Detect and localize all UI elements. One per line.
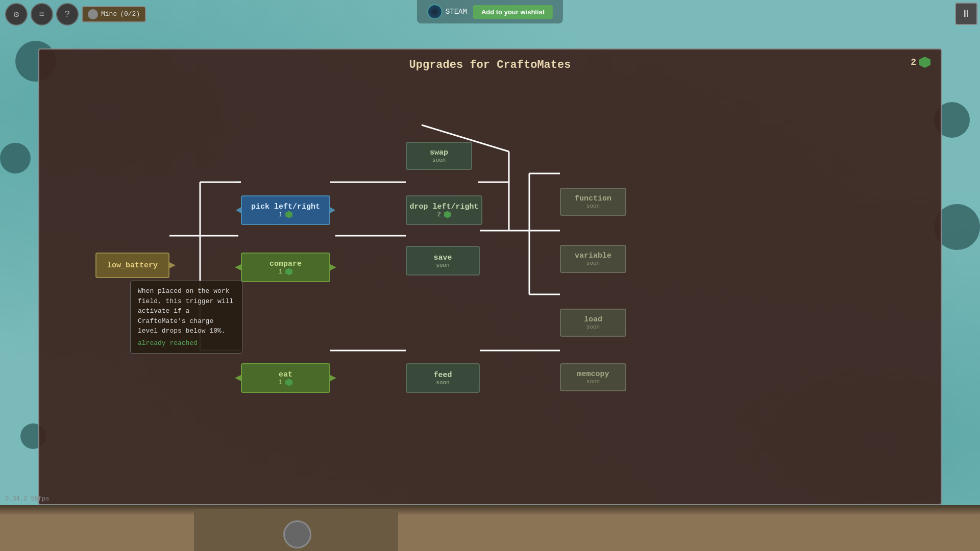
node-save[interactable]: save soon	[406, 246, 480, 276]
world-overlay	[0, 505, 980, 515]
node-variable[interactable]: variable soon	[560, 245, 626, 273]
node-eat-count: 1	[279, 379, 292, 386]
steam-logo: STEAM	[427, 4, 467, 19]
node-function[interactable]: function soon	[560, 188, 626, 216]
node-pick-count: 1	[279, 211, 292, 218]
blob-decor	[0, 143, 31, 173]
node-eat[interactable]: eat 1	[241, 363, 330, 393]
node-drop-count: 2	[437, 211, 451, 218]
mine-icon	[88, 9, 98, 19]
node-load[interactable]: load soon	[560, 309, 626, 337]
version-text: 0.34.2 56fps	[5, 495, 49, 503]
tooltip-text: When placed on the work field, this trig…	[138, 286, 235, 336]
boulder	[283, 520, 311, 548]
node-lowbattery[interactable]: low_battery	[95, 253, 169, 278]
inventory-button[interactable]: ≡	[31, 3, 53, 26]
node-memcopy-label: memcopy	[577, 370, 609, 379]
node-swap-label: swap	[430, 148, 448, 157]
wishlist-button[interactable]: Add to your wishlist	[473, 5, 553, 19]
node-variable-label: variable	[575, 252, 611, 260]
node-drop[interactable]: drop left/right 2	[406, 195, 482, 225]
node-feed-label: feed	[433, 371, 452, 380]
upgrades-dialog: Upgrades for CraftoMates 2	[38, 48, 942, 505]
pick-gem	[285, 211, 292, 218]
settings-button[interactable]: ⚙	[5, 3, 28, 26]
gem-icon	[919, 57, 930, 68]
node-load-sub: soon	[586, 324, 600, 330]
node-load-label: load	[584, 315, 602, 324]
steam-header: STEAM Add to your wishlist	[417, 0, 563, 23]
node-compare[interactable]: compare 1	[241, 253, 330, 282]
node-function-sub: soon	[586, 203, 600, 209]
node-lowbattery-label: low_battery	[107, 261, 158, 270]
mine-label: Mine	[101, 10, 117, 18]
node-pick-label: pick left/right	[251, 203, 320, 211]
tooltip-status: already reached	[138, 338, 235, 348]
node-memcopy[interactable]: memcopy soon	[560, 363, 626, 391]
currency-amount: 2	[911, 57, 916, 67]
node-save-sub: soon	[436, 262, 449, 268]
steam-circle-icon	[427, 4, 443, 19]
pause-button[interactable]: ⏸	[955, 3, 977, 25]
tooltip-box: When placed on the work field, this trig…	[130, 281, 242, 354]
bottom-world	[0, 505, 980, 551]
node-swap-sub: soon	[432, 157, 446, 163]
mine-count: (0/2)	[120, 10, 140, 18]
node-memcopy-sub: soon	[586, 379, 600, 385]
currency-display: 2	[911, 57, 930, 68]
node-drop-label: drop left/right	[409, 203, 478, 211]
node-compare-count: 1	[279, 268, 292, 276]
mine-badge: Mine (0/2)	[82, 6, 146, 22]
eat-gem	[285, 379, 292, 386]
node-swap[interactable]: swap soon	[406, 142, 472, 170]
steam-label: STEAM	[446, 8, 467, 16]
compare-gem	[285, 268, 292, 276]
dialog-title: Upgrades for CraftoMates	[39, 49, 941, 77]
node-eat-label: eat	[279, 370, 292, 379]
drop-gem	[444, 211, 451, 218]
node-pick[interactable]: pick left/right 1	[241, 195, 330, 225]
node-feed-sub: soon	[436, 380, 449, 386]
node-compare-label: compare	[270, 260, 302, 268]
node-save-label: save	[433, 254, 452, 262]
node-function-label: function	[575, 194, 611, 203]
node-feed[interactable]: feed soon	[406, 363, 480, 393]
node-variable-sub: soon	[586, 260, 600, 266]
nodes-container: swap soon pick left/right 1 drop left/ri…	[39, 77, 941, 503]
help-button[interactable]: ?	[56, 3, 79, 26]
